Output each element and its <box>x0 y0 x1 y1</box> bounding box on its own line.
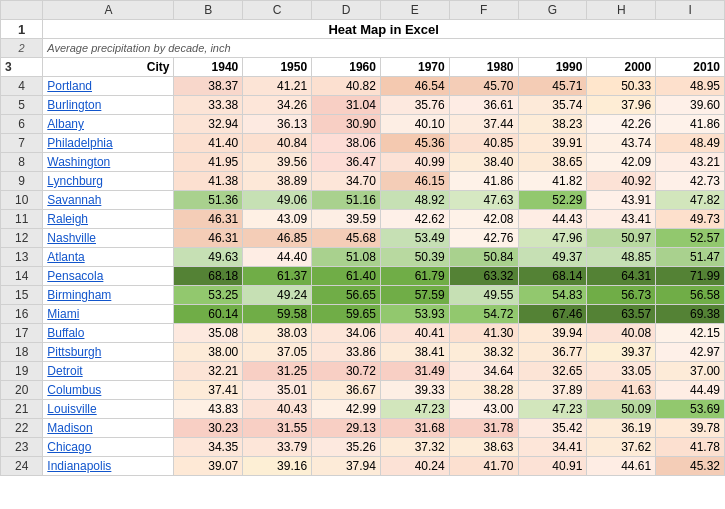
city-name[interactable]: Birmingham <box>47 288 111 302</box>
value-cell: 33.79 <box>243 438 312 457</box>
city-name[interactable]: Indianapolis <box>47 459 111 473</box>
value-cell: 35.08 <box>174 324 243 343</box>
value-cell: 30.72 <box>312 362 381 381</box>
value-cell: 30.23 <box>174 419 243 438</box>
value-cell: 59.65 <box>312 305 381 324</box>
value-cell: 46.31 <box>174 210 243 229</box>
col-header-a: A <box>43 1 174 20</box>
city-name[interactable]: Madison <box>47 421 92 435</box>
value-cell: 47.23 <box>380 400 449 419</box>
city-name-cell[interactable]: Burlington <box>43 96 174 115</box>
table-row: 7Philadelphia41.4040.8438.0645.3640.8539… <box>1 134 725 153</box>
col-header-b: B <box>174 1 243 20</box>
table-row: 17Buffalo35.0838.0334.0640.4141.3039.944… <box>1 324 725 343</box>
value-cell: 31.04 <box>312 96 381 115</box>
city-name-cell[interactable]: Portland <box>43 77 174 96</box>
city-name-cell[interactable]: Birmingham <box>43 286 174 305</box>
value-cell: 39.56 <box>243 153 312 172</box>
city-name[interactable]: Lynchburg <box>47 174 103 188</box>
city-name[interactable]: Louisville <box>47 402 96 416</box>
city-name-cell[interactable]: Philadelphia <box>43 134 174 153</box>
city-name[interactable]: Atlanta <box>47 250 84 264</box>
value-cell: 41.21 <box>243 77 312 96</box>
row-num-7: 7 <box>1 134 43 153</box>
value-cell: 40.99 <box>380 153 449 172</box>
value-cell: 52.57 <box>656 229 725 248</box>
row-num-12: 12 <box>1 229 43 248</box>
decade-header-1950: 1950 <box>243 58 312 77</box>
value-cell: 34.41 <box>518 438 587 457</box>
city-name[interactable]: Columbus <box>47 383 101 397</box>
value-cell: 34.64 <box>449 362 518 381</box>
city-name-cell[interactable]: Lynchburg <box>43 172 174 191</box>
value-cell: 37.41 <box>174 381 243 400</box>
city-name[interactable]: Savannah <box>47 193 101 207</box>
city-name-cell[interactable]: Chicago <box>43 438 174 457</box>
city-name[interactable]: Miami <box>47 307 79 321</box>
city-name[interactable]: Portland <box>47 79 92 93</box>
city-name-cell[interactable]: Washington <box>43 153 174 172</box>
city-name[interactable]: Pittsburgh <box>47 345 101 359</box>
city-name-cell[interactable]: Atlanta <box>43 248 174 267</box>
city-name-cell[interactable]: Louisville <box>43 400 174 419</box>
city-name[interactable]: Raleigh <box>47 212 88 226</box>
city-name[interactable]: Philadelphia <box>47 136 112 150</box>
city-name[interactable]: Nashville <box>47 231 96 245</box>
value-cell: 35.42 <box>518 419 587 438</box>
table-row: 20Columbus37.4135.0136.6739.3338.2837.89… <box>1 381 725 400</box>
decade-header-1970: 1970 <box>380 58 449 77</box>
row-num-9: 9 <box>1 172 43 191</box>
row-num-6: 6 <box>1 115 43 134</box>
city-name-cell[interactable]: Pittsburgh <box>43 343 174 362</box>
city-name[interactable]: Chicago <box>47 440 91 454</box>
city-name-cell[interactable]: Madison <box>43 419 174 438</box>
decade-header-city: City <box>43 58 174 77</box>
table-row: 5Burlington33.3834.2631.0435.7636.6135.7… <box>1 96 725 115</box>
city-name-cell[interactable]: Albany <box>43 115 174 134</box>
value-cell: 45.68 <box>312 229 381 248</box>
city-name[interactable]: Albany <box>47 117 84 131</box>
city-name[interactable]: Pensacola <box>47 269 103 283</box>
value-cell: 37.05 <box>243 343 312 362</box>
value-cell: 38.63 <box>449 438 518 457</box>
value-cell: 41.78 <box>656 438 725 457</box>
value-cell: 71.99 <box>656 267 725 286</box>
city-name-cell[interactable]: Columbus <box>43 381 174 400</box>
city-name-cell[interactable]: Miami <box>43 305 174 324</box>
value-cell: 47.23 <box>518 400 587 419</box>
row-num-1: 1 <box>1 20 43 39</box>
value-cell: 31.68 <box>380 419 449 438</box>
table-row: 15Birmingham53.2549.2456.6557.5949.5554.… <box>1 286 725 305</box>
city-name-cell[interactable]: Savannah <box>43 191 174 210</box>
value-cell: 49.63 <box>174 248 243 267</box>
city-name[interactable]: Washington <box>47 155 110 169</box>
city-name-cell[interactable]: Pensacola <box>43 267 174 286</box>
value-cell: 40.85 <box>449 134 518 153</box>
value-cell: 36.19 <box>587 419 656 438</box>
value-cell: 37.00 <box>656 362 725 381</box>
row-num-23: 23 <box>1 438 43 457</box>
value-cell: 49.55 <box>449 286 518 305</box>
value-cell: 47.96 <box>518 229 587 248</box>
city-name-cell[interactable]: Buffalo <box>43 324 174 343</box>
city-name-cell[interactable]: Raleigh <box>43 210 174 229</box>
value-cell: 61.37 <box>243 267 312 286</box>
value-cell: 39.33 <box>380 381 449 400</box>
city-name[interactable]: Detroit <box>47 364 82 378</box>
value-cell: 49.06 <box>243 191 312 210</box>
city-name-cell[interactable]: Indianapolis <box>43 457 174 476</box>
value-cell: 33.05 <box>587 362 656 381</box>
city-name[interactable]: Burlington <box>47 98 101 112</box>
value-cell: 52.29 <box>518 191 587 210</box>
value-cell: 49.24 <box>243 286 312 305</box>
value-cell: 39.60 <box>656 96 725 115</box>
value-cell: 46.54 <box>380 77 449 96</box>
city-name-cell[interactable]: Nashville <box>43 229 174 248</box>
city-name-cell[interactable]: Detroit <box>43 362 174 381</box>
value-cell: 47.63 <box>449 191 518 210</box>
table-row: 23Chicago34.3533.7935.2637.3238.6334.413… <box>1 438 725 457</box>
value-cell: 50.09 <box>587 400 656 419</box>
title-row: 1 Heat Map in Excel <box>1 20 725 39</box>
row-num-24: 24 <box>1 457 43 476</box>
city-name[interactable]: Buffalo <box>47 326 84 340</box>
